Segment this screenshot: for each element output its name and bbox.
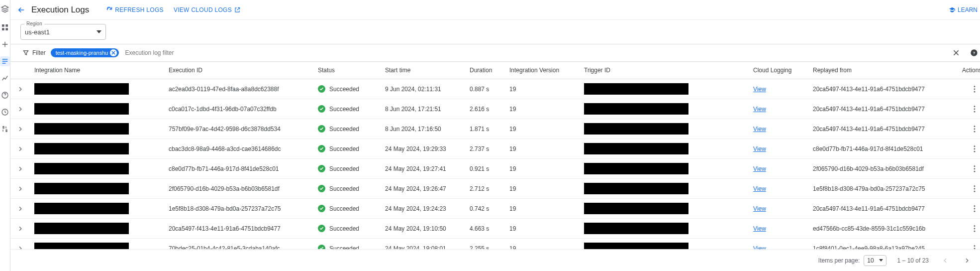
integration-name-redacted <box>34 183 129 194</box>
col-integration-name[interactable]: Integration Name <box>30 62 165 79</box>
col-cloud-logging[interactable]: Cloud Logging <box>749 62 809 79</box>
col-start-time[interactable]: Start time <box>381 62 466 79</box>
row-actions-menu[interactable] <box>962 225 980 232</box>
clear-filters-button[interactable] <box>951 47 962 58</box>
table-row[interactable]: 70bdec25-01b4-4c42-81e5-3cdaba140afc Suc… <box>10 239 980 250</box>
nav-item-help[interactable] <box>0 90 10 100</box>
cloud-logging-view-link[interactable]: View <box>753 245 766 250</box>
start-time-cell: 8 Jun 2024, 17:16:50 <box>381 119 466 139</box>
refresh-logs-button[interactable]: REFRESH LOGS <box>101 3 169 16</box>
cloud-logging-view-link[interactable]: View <box>753 205 766 212</box>
expand-row-button[interactable] <box>14 107 26 112</box>
integration-name-redacted <box>34 223 129 234</box>
row-actions-menu[interactable] <box>962 205 980 212</box>
view-cloud-logs-button[interactable]: VIEW CLOUD LOGS <box>169 3 246 16</box>
execution-logs-table-wrap: Integration Name Execution ID Status Sta… <box>10 62 980 249</box>
learn-label: LEARN <box>958 6 978 13</box>
table-row[interactable]: c0ca017c-1dbd-4f31-96db-07a07c32ffdb Suc… <box>10 99 980 119</box>
page-prev-button[interactable] <box>940 255 951 266</box>
execution-id-cell: 1e5f8b18-d308-479a-bd0a-257237a72c75 <box>165 199 314 219</box>
expand-row-button[interactable] <box>14 127 26 132</box>
svg-point-19 <box>974 150 976 152</box>
expand-row-button[interactable] <box>14 186 26 191</box>
cloud-logging-view-link[interactable]: View <box>753 145 766 152</box>
row-actions-menu[interactable] <box>962 86 980 93</box>
table-row[interactable]: 757bf09e-97ac-4d42-9598-d6c3878dd534 Suc… <box>10 119 980 139</box>
table-row[interactable]: cbac3dc8-98a9-4468-a3cd-cae3614686dc Suc… <box>10 139 980 159</box>
table-row[interactable]: ac2ea0d3-0119-47ed-8faa-a8a8dc62388f Suc… <box>10 79 980 99</box>
row-actions-menu[interactable] <box>962 145 980 152</box>
expand-row-button[interactable] <box>14 87 26 92</box>
trigger-id-redacted <box>584 183 688 194</box>
cloud-logging-view-link[interactable]: View <box>753 165 766 172</box>
nav-item-metrics[interactable] <box>0 73 10 83</box>
col-status[interactable]: Status <box>314 62 381 79</box>
integration-name-redacted <box>34 243 129 249</box>
filter-label: Filter <box>32 49 46 56</box>
integration-name-redacted <box>34 143 129 154</box>
svg-point-10 <box>974 91 976 92</box>
start-time-cell: 24 May 2024, 19:24:23 <box>381 199 466 219</box>
col-actions: Actions <box>958 62 980 79</box>
col-trigger-id[interactable]: Trigger ID <box>580 62 749 79</box>
success-icon <box>318 165 325 172</box>
svg-point-13 <box>974 111 976 112</box>
row-actions-menu[interactable] <box>962 185 980 192</box>
nav-item-dashboard[interactable] <box>0 22 10 32</box>
filter-chip[interactable]: test-masking-pranshu <box>51 48 119 57</box>
row-actions-menu[interactable] <box>962 106 980 113</box>
expand-row-button[interactable] <box>14 146 26 151</box>
svg-point-27 <box>974 208 976 209</box>
col-integration-version[interactable]: Integration Version <box>505 62 580 79</box>
duration-cell: 0.887 s <box>466 79 505 99</box>
duration-cell: 0.742 s <box>466 199 505 219</box>
nav-item-triggers[interactable] <box>0 39 10 49</box>
col-execution-id[interactable]: Execution ID <box>165 62 314 79</box>
items-per-page-value: 10 <box>867 257 874 264</box>
cloud-logging-view-link[interactable]: View <box>753 86 766 93</box>
trigger-id-redacted <box>584 83 688 95</box>
items-per-page-select[interactable]: 10 <box>864 255 886 266</box>
page-next-button[interactable] <box>962 255 973 266</box>
execution-id-cell: c8e0d77b-fb71-446a-917d-8f41de528c01 <box>165 159 314 179</box>
expand-row-button[interactable] <box>14 226 26 231</box>
cloud-logging-view-link[interactable]: View <box>753 185 766 192</box>
page-range: 1 – 10 of 23 <box>897 257 929 264</box>
nav-item-governance[interactable] <box>0 107 10 117</box>
nav-item-logs[interactable] <box>0 56 10 66</box>
success-icon <box>318 245 325 249</box>
cloud-logging-view-link[interactable]: View <box>753 106 766 113</box>
table-row[interactable]: 1e5f8b18-d308-479a-bd0a-257237a72c75 Suc… <box>10 199 980 219</box>
svg-point-18 <box>974 148 976 149</box>
learn-button[interactable]: LEARN <box>949 6 978 13</box>
cloud-logging-view-link[interactable]: View <box>753 126 766 133</box>
execution-id-cell: 20ca5497-f413-4e11-91a6-4751bdcb9477 <box>165 219 314 239</box>
filter-help-button[interactable]: ? <box>969 47 980 58</box>
row-actions-menu[interactable] <box>962 126 980 133</box>
back-button[interactable] <box>14 3 28 17</box>
svg-point-24 <box>974 188 976 189</box>
version-cell: 19 <box>505 159 580 179</box>
col-replayed-from[interactable]: Replayed from <box>809 62 958 79</box>
expand-row-button[interactable] <box>14 206 26 211</box>
row-actions-menu[interactable] <box>962 165 980 172</box>
table-row[interactable]: 2f065790-d16b-4029-b53a-b6b03b6581df Suc… <box>10 179 980 199</box>
table-row[interactable]: 20ca5497-f413-4e11-91a6-4751bdcb9477 Suc… <box>10 219 980 239</box>
refresh-icon <box>106 6 113 13</box>
filter-label-group: Filter <box>22 49 46 56</box>
filter-chip-remove[interactable] <box>110 49 117 56</box>
page-title: Execution Logs <box>31 5 89 15</box>
table-row[interactable]: c8e0d77b-fb71-446a-917d-8f41de528c01 Suc… <box>10 159 980 179</box>
cloud-logging-view-link[interactable]: View <box>753 225 766 232</box>
col-duration[interactable]: Duration <box>466 62 505 79</box>
row-actions-menu[interactable] <box>962 245 980 250</box>
start-time-cell: 9 Jun 2024, 02:11:31 <box>381 79 466 99</box>
filter-input[interactable] <box>124 49 223 57</box>
view-cloud-logs-label: VIEW CLOUD LOGS <box>174 6 232 13</box>
expand-row-button[interactable] <box>14 166 26 171</box>
trigger-id-redacted <box>584 163 688 174</box>
integration-name-redacted <box>34 163 129 174</box>
duration-cell: 2.737 s <box>466 139 505 159</box>
nav-item-settings[interactable] <box>0 124 10 134</box>
version-cell: 19 <box>505 219 580 239</box>
